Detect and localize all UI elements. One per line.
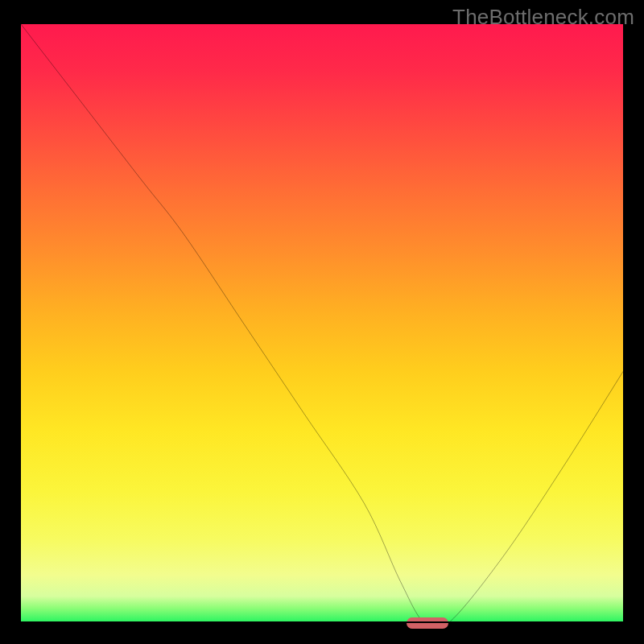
plot-area <box>21 24 623 623</box>
optimum-marker <box>407 617 448 629</box>
bottleneck-curve <box>21 24 623 623</box>
baseline <box>21 621 623 623</box>
